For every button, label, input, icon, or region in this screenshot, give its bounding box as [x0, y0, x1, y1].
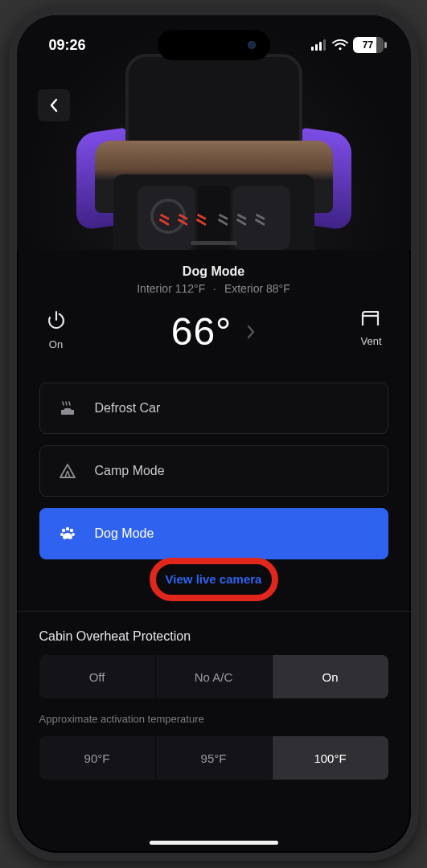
phone-frame: 09:26 77: [9, 7, 419, 861]
exterior-temp: Exterior 88°F: [224, 282, 290, 295]
content: Dog Mode Interior 112°F · Exterior 88°F …: [17, 264, 411, 797]
active-mode-label: Dog Mode: [39, 264, 388, 279]
svg-point-7: [61, 529, 64, 532]
back-button[interactable]: [38, 89, 70, 121]
climate-controls-row: On 66° Vent: [39, 309, 388, 354]
seat-heat-left-icon: ⺀⺀⺀: [157, 208, 212, 232]
vent-label: Vent: [360, 335, 381, 347]
home-indicator[interactable]: [150, 841, 278, 845]
sheet-grabber[interactable]: [191, 241, 237, 245]
svg-rect-1: [315, 44, 318, 51]
activation-temp-95[interactable]: 95°F: [156, 736, 273, 780]
mode-defrost-label: Defrost Car: [95, 401, 161, 416]
mode-defrost[interactable]: Defrost Car: [39, 383, 388, 434]
svg-rect-3: [323, 39, 326, 51]
overheat-option-on[interactable]: On: [273, 655, 388, 698]
svg-point-8: [65, 527, 68, 530]
svg-point-9: [69, 529, 72, 532]
activation-temp-label: Approximate activation temperature: [39, 713, 388, 725]
status-time: 09:26: [49, 37, 86, 54]
overheat-option-noac[interactable]: No A/C: [156, 655, 273, 698]
seat-heat-right-icon: ⺀⺀⺀: [216, 208, 271, 232]
power-toggle[interactable]: On: [46, 309, 67, 350]
activation-temp-100[interactable]: 100°F: [273, 736, 388, 780]
mode-dog-label: Dog Mode: [95, 526, 154, 541]
climate-title-block: Dog Mode Interior 112°F · Exterior 88°F: [39, 264, 388, 295]
activation-temp-segmented: 90°F 95°F 100°F: [39, 736, 388, 780]
tent-icon: [58, 462, 77, 480]
car-illustration: [81, 54, 347, 250]
temperature-control[interactable]: 66°: [171, 309, 257, 354]
svg-point-10: [60, 533, 64, 536]
paw-icon: [58, 525, 77, 542]
status-indicators: 77: [311, 37, 384, 53]
defrost-icon: [58, 399, 77, 417]
wifi-icon: [332, 39, 348, 51]
signal-icon: [311, 39, 327, 51]
set-temperature: 66°: [171, 309, 232, 354]
power-label: On: [49, 338, 63, 350]
mode-list: Defrost Car Camp Mode: [39, 383, 388, 559]
vent-toggle[interactable]: Vent: [360, 309, 381, 347]
view-live-camera-link[interactable]: View live camera: [166, 572, 262, 586]
live-camera-row: View live camera: [39, 572, 388, 587]
power-icon: [46, 309, 67, 330]
vent-icon: [360, 309, 381, 327]
svg-rect-2: [319, 42, 322, 51]
battery-indicator: 77: [353, 37, 384, 53]
svg-rect-0: [311, 47, 314, 51]
interior-temp: Interior 112°F: [137, 282, 205, 295]
mode-dog[interactable]: Dog Mode: [39, 508, 388, 559]
mode-camp[interactable]: Camp Mode: [39, 445, 388, 497]
chevron-left-icon: [49, 98, 59, 113]
svg-point-11: [72, 533, 75, 536]
overheat-segmented: Off No A/C On: [39, 655, 388, 698]
overheat-option-off[interactable]: Off: [39, 655, 156, 698]
section-divider: [17, 611, 411, 612]
temperature-readout: Interior 112°F · Exterior 88°F: [39, 282, 388, 295]
mode-camp-label: Camp Mode: [95, 464, 165, 478]
activation-temp-90[interactable]: 90°F: [39, 736, 156, 780]
dynamic-island: [158, 30, 270, 60]
chevron-right-icon: [246, 324, 256, 340]
separator-dot: ·: [213, 282, 216, 295]
overheat-title: Cabin Overheat Protection: [39, 629, 388, 644]
